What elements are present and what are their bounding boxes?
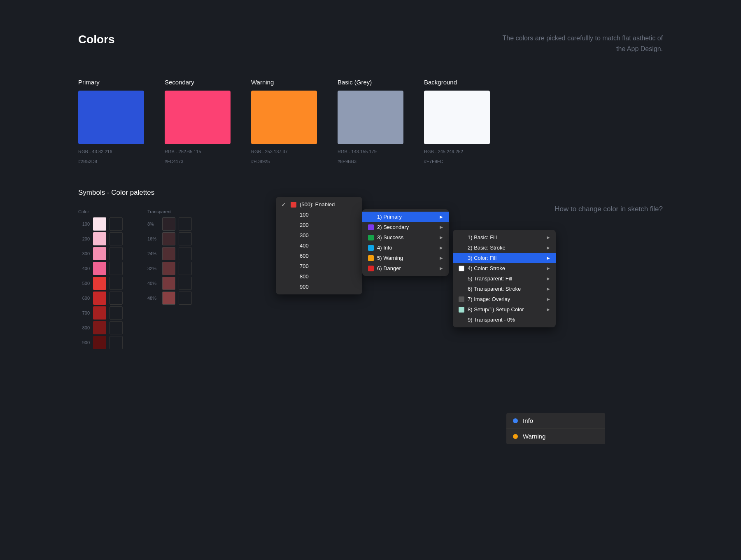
sketch-menu-3-item[interactable]: 3) Color: Fill ▶: [453, 253, 556, 263]
palette-row: 500: [78, 277, 123, 290]
symbols-section: Symbols - Color palettes How to change c…: [78, 189, 663, 351]
swatch-rgb: RGB - 245.249.252: [424, 149, 490, 154]
swatch-box: [165, 91, 231, 144]
sketch-menu-3-item[interactable]: 2) Basic: Stroke ▶: [453, 243, 556, 253]
info-warning-panel: Info Warning: [506, 413, 605, 444]
sketch-menu-2[interactable]: 1) Primary ▶ 2) Secondary ▶ 3) Success ▶…: [362, 209, 449, 276]
palette-cell-dark: [110, 321, 123, 334]
palette-row: 700: [78, 306, 123, 320]
palette-row: 900: [78, 336, 123, 349]
transparent-row: 32%: [147, 262, 192, 275]
swatch-box: [78, 91, 144, 144]
palette-cell-dark: [110, 306, 123, 320]
swatch-label: Background: [424, 79, 490, 86]
palette-row: 400: [78, 262, 123, 275]
sketch-menu-2-item[interactable]: 6) Danger ▶: [362, 263, 449, 273]
palette-cell-dark: [110, 336, 123, 349]
color-swatch-item: Basic (Grey) RGB - 143.155.179 #8F9BB3: [338, 79, 403, 164]
palette-transparent-label: Transparent: [147, 209, 192, 214]
transparent-rows: 8% 16% 24% 32% 40% 48%: [147, 217, 192, 305]
transparent-cell: [162, 277, 175, 290]
sketch-menu-1-item[interactable]: 900: [276, 282, 362, 292]
info-warning-dot: [513, 434, 518, 439]
color-swatch-item: Primary RGB - 43.82.216 #2B52D8: [78, 79, 144, 164]
sketch-menu-3-item[interactable]: 6) Transparent: Stroke ▶: [453, 284, 556, 294]
sketch-menu-1[interactable]: ✓(500): Enabled100200300400600700800900: [276, 197, 362, 294]
sketch-menu-3-item[interactable]: 9) Transparent - 0%: [453, 315, 556, 325]
swatch-rgb: RGB - 143.155.179: [338, 149, 403, 154]
sketch-menu-2-item[interactable]: 4) Info ▶: [362, 243, 449, 253]
transparent-cell: [162, 232, 175, 245]
palette-number: 300: [78, 251, 90, 256]
sketch-menu-2-item[interactable]: 3) Success ▶: [362, 232, 449, 243]
swatch-label: Secondary: [165, 79, 231, 86]
transparent-cell-dark: [179, 277, 192, 290]
transparent-cell-dark: [179, 262, 192, 275]
sketch-menu-2-item[interactable]: 2) Secondary ▶: [362, 222, 449, 232]
swatch-label: Primary: [78, 79, 144, 86]
palette-cell-dark: [110, 247, 123, 260]
color-swatches-section: Primary RGB - 43.82.216 #2B52D8 Secondar…: [78, 79, 663, 164]
sketch-menu-1-item[interactable]: 300: [276, 230, 362, 240]
swatch-hex: #2B52D8: [78, 159, 144, 164]
palette-color-label: Color: [78, 209, 123, 214]
sketch-menu-3[interactable]: 1) Basic: Fill ▶ 2) Basic: Stroke ▶ 3) C…: [453, 230, 556, 327]
palette-cell-dark: [110, 277, 123, 290]
palette-row: 600: [78, 292, 123, 305]
sketch-menu-1-item[interactable]: 200: [276, 220, 362, 230]
transparent-row: 16%: [147, 232, 192, 245]
swatch-label: Warning: [251, 79, 317, 86]
info-warning-row: Info: [506, 413, 605, 429]
palette-row: 800: [78, 321, 123, 334]
transparent-pct: 8%: [147, 222, 159, 226]
transparent-pct: 48%: [147, 296, 159, 301]
sketch-menu-1-item[interactable]: 700: [276, 261, 362, 271]
palette-transparent-section: Transparent 8% 16% 24% 32% 40% 48%: [147, 209, 192, 351]
palette-cell-color: [93, 247, 106, 260]
color-swatch-item: Secondary RGB - 252.65.115 #FC4173: [165, 79, 231, 164]
transparent-cell: [162, 217, 175, 231]
swatch-hex: #FC4173: [165, 159, 231, 164]
transparent-row: 48%: [147, 292, 192, 305]
sketch-menu-1-item[interactable]: 400: [276, 240, 362, 251]
info-warning-label: Warning: [523, 433, 545, 440]
transparent-cell-dark: [179, 292, 192, 305]
palette-row: 200: [78, 232, 123, 245]
transparent-cell-dark: [179, 232, 192, 245]
swatch-rgb: RGB - 43.82.216: [78, 149, 144, 154]
symbols-title: Symbols - Color palettes: [78, 189, 663, 197]
sketch-menu-1-item[interactable]: 100: [276, 210, 362, 220]
sketch-menu-3-item[interactable]: 5) Transparent: Fill ▶: [453, 273, 556, 284]
page-title: Colors: [78, 33, 115, 46]
transparent-row: 8%: [147, 217, 192, 231]
sketch-menu-3-item[interactable]: 4) Color: Stroke ▶: [453, 263, 556, 273]
transparent-cell-dark: [179, 247, 192, 260]
sketch-menu-1-item[interactable]: 800: [276, 271, 362, 282]
swatch-hex: #8F9BB3: [338, 159, 403, 164]
palette-cell-color: [93, 277, 106, 290]
info-warning-dot: [513, 418, 518, 423]
transparent-pct: 16%: [147, 236, 159, 241]
palette-cell-color: [93, 292, 106, 305]
sketch-menu-3-item[interactable]: 1) Basic: Fill ▶: [453, 232, 556, 243]
info-warning-label: Info: [523, 417, 533, 424]
palette-number: 200: [78, 236, 90, 241]
sketch-menu-2-item[interactable]: 5) Warning ▶: [362, 253, 449, 263]
palette-number: 800: [78, 325, 90, 330]
palette-number: 700: [78, 310, 90, 315]
sketch-menu-3-item[interactable]: 8) Setup/1) Setup Color ▶: [453, 304, 556, 315]
color-swatches-row: Primary RGB - 43.82.216 #2B52D8 Secondar…: [78, 79, 663, 164]
transparent-row: 24%: [147, 247, 192, 260]
palette-cell-color: [93, 232, 106, 245]
sketch-menu-1-item[interactable]: 600: [276, 251, 362, 261]
transparent-row: 40%: [147, 277, 192, 290]
page-description: The colors are picked carefullly to matc…: [498, 33, 663, 54]
info-warning-row: Warning: [506, 429, 605, 444]
palette-row: 300: [78, 247, 123, 260]
palette-cell-dark: [110, 292, 123, 305]
palette-number: 600: [78, 296, 90, 301]
transparent-pct: 40%: [147, 281, 159, 286]
sketch-menu-2-item[interactable]: 1) Primary ▶: [362, 212, 449, 222]
sketch-menu-3-item[interactable]: 7) Image: Overlay ▶: [453, 294, 556, 304]
sketch-menu-1-item[interactable]: ✓(500): Enabled: [276, 199, 362, 210]
